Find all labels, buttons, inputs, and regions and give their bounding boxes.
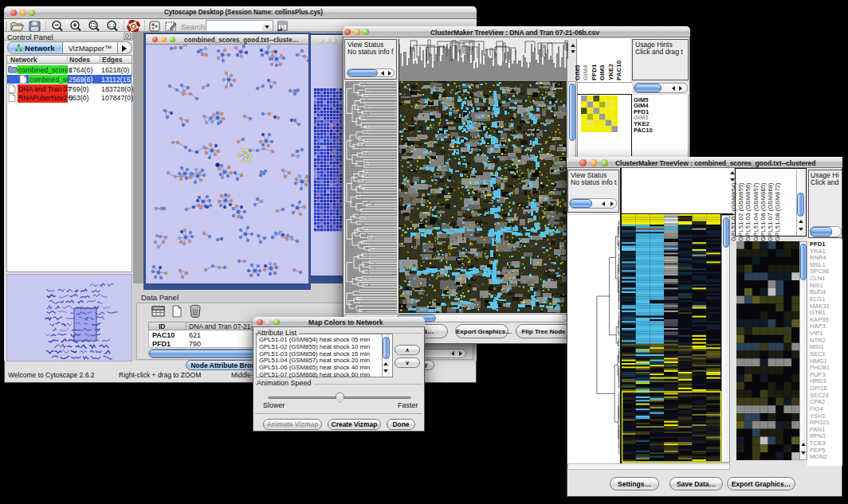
svg-text:1:1: 1:1 — [108, 23, 115, 28]
